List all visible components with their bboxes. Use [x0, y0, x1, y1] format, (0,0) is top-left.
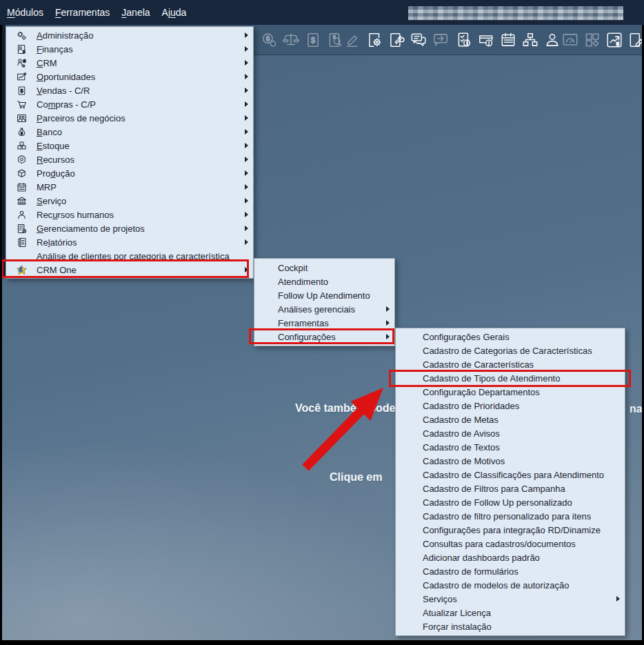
org-chart-icon[interactable] [521, 31, 539, 49]
calendar-icon[interactable] [499, 31, 517, 49]
document-dollar-icon[interactable] [304, 31, 322, 49]
document-wrench-icon[interactable] [388, 31, 405, 49]
crm-one-submenu: Cockpit Atendimento Follow Up Atendiment… [254, 258, 395, 346]
menu-item-configuracoes[interactable]: Configurações [254, 330, 394, 344]
menu-item-cadastro-avisos[interactable]: Cadastro de Avisos [396, 426, 625, 440]
customer-dollar-icon [16, 57, 28, 69]
gauge-icon[interactable] [561, 31, 579, 49]
menu-item-cadastro-motivos[interactable]: Cadastro de Motivos [396, 454, 625, 468]
modules-grid-icon[interactable] [583, 31, 601, 49]
menu-item-configuracoes-gerais[interactable]: Configurações Gerais [396, 330, 625, 344]
user-icon[interactable] [543, 31, 561, 49]
menu-item-cadastro-prioridades[interactable]: Cadastro de Prioridades [396, 399, 625, 413]
submenu-arrow-icon [245, 88, 248, 93]
menu-item-cadastro-caracteristicas[interactable]: Cadastro de Características [396, 357, 625, 371]
menu-item-adicionar-dashboards-padrao[interactable]: Adicionar dashboards padrão [396, 550, 625, 564]
menu-item-estoque[interactable]: Estoque [6, 139, 253, 152]
hint-text-fragment: na [630, 403, 643, 415]
menu-item-producao[interactable]: Produção [6, 166, 253, 180]
building-icon [16, 195, 28, 207]
submenu-arrow-icon [245, 212, 248, 217]
messages-icon[interactable] [410, 31, 427, 49]
submenu-arrow-icon [245, 115, 248, 121]
menubar-item-modulos[interactable]: Módulos [7, 7, 43, 18]
menu-item-consultas-cadastros-documentos[interactable]: Consultas para cadastros/documentos [396, 537, 625, 550]
hint-text-line2: Clique em [330, 471, 382, 484]
submenu-arrow-icon [386, 320, 390, 326]
project-clock-icon [16, 223, 28, 235]
money-bag-icon [16, 126, 28, 138]
coin-dollar-search-icon[interactable] [260, 31, 278, 49]
menu-item-recursos-humanos[interactable]: Recursos humanos [6, 208, 253, 221]
crm-one-star-person-icon [16, 264, 28, 276]
menu-item-administracao[interactable]: Administração [6, 28, 253, 42]
trend-dollar-icon[interactable] [605, 31, 623, 49]
menu-item-atendimento[interactable]: Atendimento [254, 275, 394, 288]
menu-item-crm[interactable]: CRM [6, 56, 253, 70]
menu-item-vendas[interactable]: Vendas - C/R [6, 83, 253, 97]
menu-item-cadastro-filtro-personalizado-itens[interactable]: Cadastro de filtro personalizado para it… [396, 509, 625, 523]
menu-item-cadastro-formularios[interactable]: Cadastro de formulários [396, 564, 625, 578]
submenu-arrow-icon [245, 143, 248, 148]
hint-text-line1: Você também pode [295, 402, 396, 415]
finance-card-icon [16, 43, 28, 55]
menu-item-crm-one[interactable]: CRM One [6, 263, 253, 277]
menu-item-cadastro-follow-up-personalizado[interactable]: Cadastro de Follow Up personalizado [396, 495, 625, 509]
gears-icon [16, 30, 28, 41]
submenu-arrow-icon [245, 239, 248, 245]
submenu-arrow-icon [245, 170, 248, 176]
menu-item-cadastro-modelos-autorizacao[interactable]: Cadastro de modelos de autorização [396, 578, 625, 592]
person-icon [16, 209, 28, 221]
submenu-arrow-icon [245, 267, 248, 272]
menubar-item-ajuda[interactable]: Ajuda [162, 7, 187, 18]
menu-item-relatorios[interactable]: Relatórios [6, 235, 253, 249]
menu-item-cockpit[interactable]: Cockpit [254, 261, 394, 275]
cart-icon [16, 99, 28, 110]
menu-item-parceiros[interactable]: Parceiros de negócios [6, 111, 253, 125]
menu-item-atualizar-licenca[interactable]: Atualizar Licença [396, 606, 625, 619]
resource-gear-icon [16, 154, 28, 166]
menubar-item-janela[interactable]: Janela [121, 7, 150, 18]
menu-item-mrp[interactable]: MRP [6, 180, 253, 194]
menu-item-follow-up-atendimento[interactable]: Follow Up Atendimento [254, 288, 394, 302]
submenu-arrow-icon [245, 129, 248, 135]
menu-item-servico[interactable]: Serviço [6, 194, 253, 208]
menu-item-financas[interactable]: Finanças [6, 42, 253, 56]
menu-item-cadastro-tipos-atendimento[interactable]: Cadastro de Tipos de Atendimento [396, 371, 625, 385]
document-search-icon[interactable] [326, 31, 344, 49]
card-alert-icon[interactable] [477, 31, 495, 49]
submenu-arrow-icon [386, 334, 390, 339]
pencil-edit-icon[interactable] [343, 31, 361, 49]
tasks-alert-icon[interactable] [455, 31, 473, 49]
configuracoes-submenu: Configurações Gerais Cadastro de Categor… [395, 328, 625, 636]
submenu-arrow-icon [245, 60, 248, 66]
report-book-icon [16, 237, 28, 248]
submenu-arrow-icon [245, 46, 248, 52]
menu-item-analise-clientes[interactable]: Análise de clientes por categoria e cara… [6, 249, 253, 263]
scales-icon[interactable] [282, 31, 300, 49]
menu-item-gerenciamento-projetos[interactable]: Gerenciamento de projetos [6, 221, 253, 235]
menu-item-configuracoes-integracao-rd[interactable]: Configurações para integração RD/Dinamiz… [396, 523, 625, 537]
menu-item-compras[interactable]: Compras - C/P [6, 97, 253, 111]
redacted-window-title [408, 6, 623, 20]
menu-item-cadastro-filtros-campanha[interactable]: Cadastro de Filtros para Campanha [396, 482, 625, 495]
boxes-icon [16, 140, 28, 152]
menu-item-configuracao-departamentos[interactable]: Configuração Departamentos [396, 385, 625, 399]
document-gear-icon[interactable] [365, 31, 383, 49]
menu-item-cadastro-categorias-caracteristicas[interactable]: Cadastro de Categorias de Característica… [396, 344, 625, 357]
menubar-item-ferramentas[interactable]: Ferramentas [55, 7, 110, 18]
menu-item-recursos[interactable]: Recursos [6, 152, 253, 166]
modules-menu: Administração Finanças CRM Oportunidades… [6, 26, 254, 279]
menu-item-ferramentas-sub[interactable]: Ferramentas [254, 316, 394, 330]
menu-item-forcar-instalacao[interactable]: Forçar instalação [396, 619, 625, 633]
menu-item-banco[interactable]: Banco [6, 125, 253, 139]
menu-item-cadastro-metas[interactable]: Cadastro de Metas [396, 413, 625, 426]
menu-item-servicos[interactable]: Serviços [396, 592, 625, 606]
submenu-arrow-icon [245, 198, 248, 204]
menu-item-cadastro-classificacoes-atendimento[interactable]: Cadastro de Classificações para Atendime… [396, 468, 625, 482]
menu-item-cadastro-textos[interactable]: Cadastro de Textos [396, 440, 625, 454]
menu-item-analises-gerenciais[interactable]: Análises gerenciais [254, 302, 394, 316]
message-forward-icon[interactable] [432, 31, 450, 49]
submenu-arrow-icon [386, 306, 390, 312]
menu-item-oportunidades[interactable]: Oportunidades [6, 70, 253, 83]
